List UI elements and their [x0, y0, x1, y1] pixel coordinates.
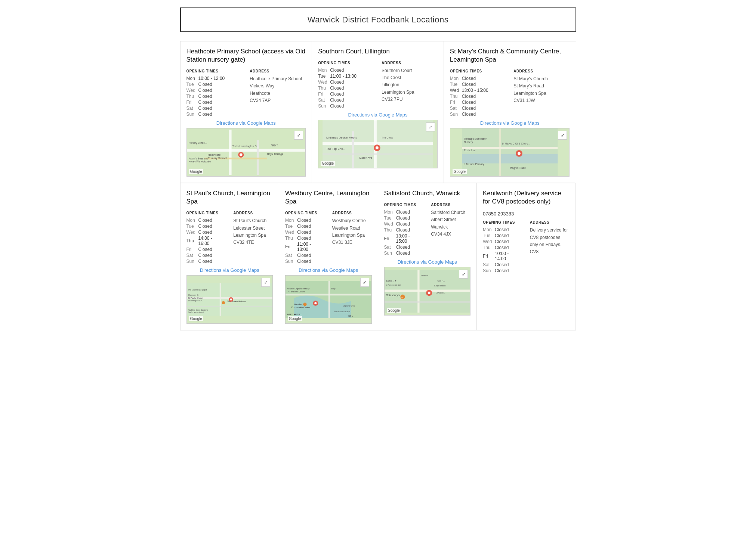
svg-rect-1	[187, 149, 306, 152]
map-expand-saltisford[interactable]: ⤢	[459, 270, 468, 279]
svg-text:Mason Ave: Mason Ave	[360, 156, 372, 159]
svg-rect-16	[323, 142, 433, 145]
svg-text:Kazim's Bees and: Kazim's Bees and	[188, 157, 208, 160]
svg-point-51	[222, 301, 225, 304]
hours-table-stpauls: MonClosed TueClosed WedClosed Thu14:00 -…	[186, 217, 226, 264]
address-southorn: Southorn CourtThe CrestLillingtonLeaming…	[382, 67, 438, 103]
directions-link-stpauls[interactable]: Directions via Google Maps	[186, 267, 273, 273]
location-stpauls: St Paul's Church, Leamington Spa OPENING…	[180, 183, 280, 330]
svg-text:Cape Road: Cape Road	[434, 284, 446, 287]
map-label-stmarys: Google	[453, 169, 467, 174]
svg-rect-29	[462, 147, 558, 149]
address-kenilworth: Delivery service for CV8 postcodes only …	[530, 227, 570, 255]
svg-point-37	[518, 152, 521, 155]
location-stmarys: St Mary's Church & Community Centre, Lea…	[444, 41, 576, 183]
svg-text:Honey Warwickshire: Honey Warwickshire	[188, 160, 211, 163]
svg-text:Nursery School...: Nursery School...	[188, 142, 207, 145]
svg-text:ARD T: ARD T	[271, 144, 278, 147]
svg-text:Rusholme: Rusholme	[464, 149, 475, 152]
location-saltisford: Saltisford Church, Warwick OPENING TIMES…	[378, 183, 477, 330]
map-expand-stpauls[interactable]: ⤢	[261, 278, 270, 287]
svg-rect-28	[499, 128, 501, 176]
directions-link-stmarys[interactable]: Directions via Google Maps	[450, 120, 570, 126]
svg-text:Clarendon St: Clarendon St	[188, 294, 198, 296]
svg-text:Edward...: Edward...	[435, 291, 445, 294]
svg-text:Magnet Trade: Magnet Trade	[510, 167, 526, 170]
opening-times-label-w: OPENING TIMES	[285, 211, 325, 215]
map-label-stpauls: Google	[189, 316, 203, 321]
location-title-stmarys: St Mary's Church & Community Centre, Lea…	[450, 47, 570, 64]
svg-text:⊕: ⊕	[401, 296, 403, 299]
address-label-k: ADDRESS	[530, 220, 570, 224]
map-southorn: Midlands Design Floors The Top Sho... Th…	[318, 120, 438, 168]
address-westbury: Westbury CentreWestlea RoadLeamington Sp…	[332, 217, 372, 246]
svg-rect-70	[385, 301, 470, 303]
location-title-southorn: Southorn Court, Lillington	[318, 47, 438, 56]
map-heathcote: Taxis Leamington S... Nursery School... …	[186, 128, 306, 177]
svg-text:Leamington Sp...: Leamington Sp...	[188, 299, 203, 302]
address-label-w: ADDRESS	[332, 211, 372, 215]
page-title: Warwick District Foodbank Locations	[180, 7, 576, 32]
opening-times-label-k: OPENING TIMES	[483, 220, 522, 224]
svg-text:Aladdin's Cave: Costume: Aladdin's Cave: Costume	[188, 310, 208, 311]
directions-link-southorn[interactable]: Directions via Google Maps	[318, 112, 438, 118]
directions-link-heathcote[interactable]: Directions via Google Maps	[186, 120, 306, 126]
svg-text:n Terrace Primary...: n Terrace Primary...	[464, 163, 486, 166]
svg-text:Car P...: Car P...	[437, 279, 445, 282]
map-label-southorn: Google	[321, 161, 335, 166]
map-expand-westbury[interactable]: ⤢	[360, 278, 369, 287]
address-label: ADDRESS	[250, 69, 306, 73]
svg-text:hire by appointment: hire by appointment	[188, 312, 204, 314]
location-title-heathcote: Heathcote Primary School (access via Old…	[186, 47, 306, 64]
svg-rect-27	[462, 154, 558, 164]
location-southorn: Southorn Court, Lillington OPENING TIMES…	[312, 41, 444, 183]
location-kenilworth: Kenilworth (Delivery service for CV8 pos…	[477, 183, 576, 330]
map-expand-southorn[interactable]: ⤢	[426, 122, 435, 131]
opening-times-label-sm: OPENING TIMES	[450, 69, 506, 73]
map-expand-stmarys[interactable]: ⤢	[558, 131, 567, 140]
location-heathcote: Heathcote Primary School (access via Old…	[180, 41, 312, 183]
opening-times-label: OPENING TIMES	[186, 69, 243, 73]
svg-text:Treetops Montessori: Treetops Montessori	[464, 137, 487, 140]
svg-text:Community Centre: Community Centre	[291, 306, 311, 308]
address-saltisford: Saltisford ChurchAlbert StreetWarwickCV3…	[431, 209, 470, 238]
svg-rect-69	[417, 270, 419, 313]
svg-text:PORTLAND E...: PORTLAND E...	[287, 313, 302, 316]
map-westbury: Heart of England/Mencap • Fordsfield Cen…	[285, 275, 372, 324]
map-expand-heathcote[interactable]: ⤢	[294, 131, 303, 140]
svg-text:Heart of England/Mencap: Heart of England/Mencap	[287, 288, 310, 290]
svg-text:St Paul's Church: St Paul's Church	[188, 297, 203, 299]
svg-text:e Antelope Inn: e Antelope Inn	[386, 283, 401, 286]
svg-text:Midlands Design Floors: Midlands Design Floors	[326, 136, 357, 139]
location-title-kenilworth: Kenilworth (Delivery service for CV8 pos…	[483, 189, 570, 206]
address-label-sm: ADDRESS	[513, 69, 570, 73]
address-label-sa: ADDRESS	[431, 203, 470, 207]
map-stpauls: The Steamhouse Depot St Paul's Church Le…	[186, 275, 273, 324]
svg-text:England Cres: England Cres	[343, 305, 355, 307]
hours-table-westbury: MonClosed TueClosed WedClosed ThuClosed …	[285, 217, 325, 264]
map-stmarys: Treetops Montessori Nursery St Marys C O…	[450, 128, 570, 177]
svg-rect-17	[374, 120, 377, 168]
svg-point-25	[376, 146, 379, 149]
svg-text:Westbury: Westbury	[294, 303, 304, 306]
svg-text:The Crate Escape: The Crate Escape	[334, 311, 350, 313]
svg-rect-54	[328, 281, 330, 318]
map-label-saltisford: Google	[387, 308, 401, 313]
svg-text:The Crest: The Crest	[382, 136, 393, 139]
location-title-stpauls: St Paul's Church, Leamington Spa	[186, 189, 273, 206]
opening-times-label-sa: OPENING TIMES	[384, 203, 424, 207]
page-wrapper: Warwick District Foodbank Locations Heat…	[173, 0, 584, 338]
svg-text:• Fordsfield Centre: • Fordsfield Centre	[288, 291, 305, 293]
svg-rect-19	[323, 153, 433, 155]
opening-times-label-sp: OPENING TIMES	[186, 211, 226, 215]
directions-link-westbury[interactable]: Directions via Google Maps	[285, 267, 372, 273]
svg-text:Bury: Bury	[331, 288, 335, 290]
svg-rect-0	[187, 130, 306, 175]
svg-text:The Steamhouse Depot: The Steamhouse Depot	[188, 289, 207, 291]
svg-text:Royal Darlings: Royal Darlings	[267, 153, 283, 156]
svg-rect-40	[219, 283, 221, 316]
svg-text:Sainsbury's: Sainsbury's	[386, 294, 400, 297]
svg-point-65	[314, 302, 317, 304]
directions-link-saltisford[interactable]: Directions via Google Maps	[384, 259, 471, 265]
hours-table-stmarys: MonClosed TueClosed Wed13:00 - 15:00 Thu…	[450, 75, 506, 117]
